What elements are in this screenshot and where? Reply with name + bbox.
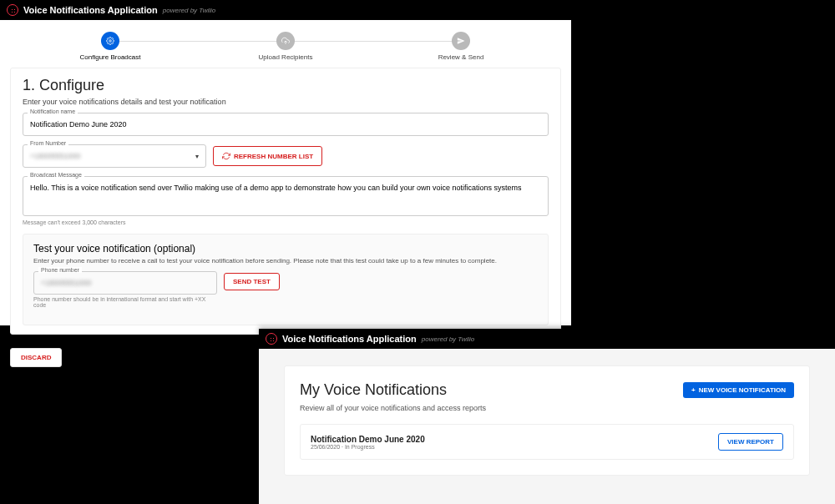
refresh-number-button[interactable]: REFRESH NUMBER LIST <box>213 146 322 166</box>
powered-by: powered by Twilio <box>422 335 474 343</box>
stepper: Configure Broadcast Upload Recipients Re… <box>10 27 561 66</box>
send-icon <box>452 32 470 50</box>
test-title: Test your voice notification (optional) <box>33 243 538 255</box>
notification-name-field: Notification name <box>23 113 549 136</box>
broadcast-message-field: Broadcast Message Message can't exceed 3… <box>23 176 549 225</box>
listing-card: My Voice Notifications + NEW VOICE NOTIF… <box>284 365 810 476</box>
gear-icon <box>101 32 119 50</box>
powered-by: powered by Twilio <box>163 7 215 14</box>
discard-button[interactable]: DISCARD <box>10 348 62 367</box>
field-help: Phone number should be in international … <box>33 296 217 308</box>
app-title: Voice Notifications Application <box>23 5 158 15</box>
configure-card: 1. Configure Enter your voice notificati… <box>10 68 561 335</box>
test-notification-box: Test your voice notification (optional) … <box>23 234 549 325</box>
listing-window: Voice Notifications Application powered … <box>259 329 835 504</box>
step-review[interactable]: Review & Send <box>411 32 511 61</box>
refresh-icon <box>222 152 230 160</box>
view-report-button[interactable]: VIEW REPORT <box>718 433 783 451</box>
notification-name-input[interactable] <box>23 113 549 136</box>
from-number-value: +18005551000 <box>30 152 80 160</box>
twilio-logo-icon <box>7 4 18 16</box>
step-label: Configure Broadcast <box>80 53 141 61</box>
button-label: NEW VOICE NOTIFICATION <box>699 386 786 394</box>
listing-subtext: Review all of your voice notifications a… <box>300 404 794 412</box>
page-subtext: Enter your voice notifications details a… <box>23 98 549 106</box>
from-number-field: From Number +18005551000 ▾ <box>23 144 206 168</box>
button-label: REFRESH NUMBER LIST <box>234 153 313 160</box>
button-label: DISCARD <box>21 354 51 361</box>
button-label: SEND TEST <box>233 278 271 285</box>
field-legend: Broadcast Message <box>28 172 84 178</box>
field-help: Message can't exceed 3,000 characters <box>23 219 549 225</box>
topbar: Voice Notifications Application powered … <box>0 0 571 20</box>
twilio-logo-icon <box>266 333 277 345</box>
test-phone-value: +18005551000 <box>41 279 91 287</box>
test-phone-field: Phone number +18005551000 Phone number s… <box>33 271 217 308</box>
send-test-button[interactable]: SEND TEST <box>224 273 280 290</box>
field-legend: From Number <box>28 140 68 146</box>
chevron-down-icon: ▾ <box>195 153 199 160</box>
plus-icon: + <box>691 386 696 394</box>
step-configure[interactable]: Configure Broadcast <box>60 32 160 61</box>
upload-icon <box>276 32 295 50</box>
notification-meta: 25/06/2020 · In Progress <box>311 444 425 450</box>
notification-row: Notification Demo June 2020 25/06/2020 ·… <box>300 424 794 460</box>
page-title: 1. Configure <box>23 77 549 94</box>
step-upload[interactable]: Upload Recipients <box>235 32 336 61</box>
svg-point-0 <box>109 40 112 43</box>
step-label: Review & Send <box>438 53 484 61</box>
broadcast-message-input[interactable] <box>23 176 549 216</box>
test-desc: Enter your phone number to receive a cal… <box>33 257 538 265</box>
from-number-select[interactable]: +18005551000 ▾ <box>23 144 206 168</box>
test-phone-input[interactable]: +18005551000 <box>33 271 217 295</box>
field-legend: Notification name <box>28 108 78 114</box>
listing-title: My Voice Notifications <box>300 381 447 399</box>
notification-name: Notification Demo June 2020 <box>311 435 425 444</box>
configure-window: Voice Notifications Application powered … <box>0 0 571 325</box>
new-voice-notification-button[interactable]: + NEW VOICE NOTIFICATION <box>683 382 794 398</box>
field-legend: Phone number <box>38 267 82 273</box>
step-label: Upload Recipients <box>259 53 313 61</box>
topbar: Voice Notifications Application powered … <box>259 329 835 349</box>
app-title: Voice Notifications Application <box>282 334 417 344</box>
button-label: VIEW REPORT <box>727 438 774 446</box>
